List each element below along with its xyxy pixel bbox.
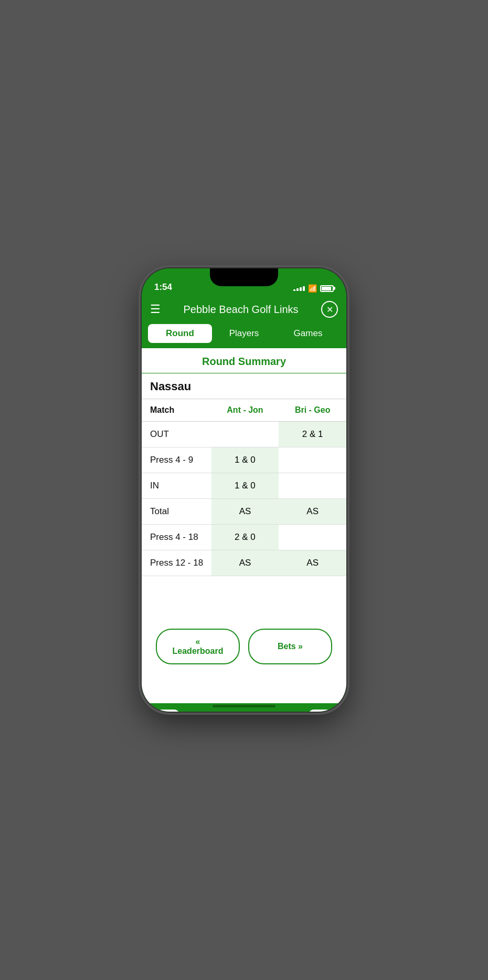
signal-icon [293, 286, 305, 291]
tab-round[interactable]: Round [148, 324, 212, 343]
hamburger-menu-icon[interactable]: ☰ [150, 304, 161, 315]
table-row: Press 12 - 18ASAS [142, 550, 346, 576]
score-team2 [279, 473, 346, 499]
info-button[interactable]: i [156, 710, 179, 712]
score-team1: 2 & 0 [211, 525, 279, 550]
game-name: Nassau [142, 373, 346, 399]
score-team2: 2 & 1 [279, 422, 346, 447]
score-team2: AS [279, 499, 346, 525]
table-row: Press 4 - 182 & 0 [142, 525, 346, 550]
scroll-area: Round Summary Nassau Match Ant - Jon Bri… [142, 348, 346, 703]
phone-body: ☰ Pebble Beach Golf Links ✕ Round Player… [142, 296, 346, 712]
content-spacer [142, 576, 346, 618]
score-team2 [279, 447, 346, 473]
tab-bar: Round Players Games [142, 324, 346, 348]
score-team1 [211, 422, 279, 447]
row-label: Press 12 - 18 [142, 550, 211, 576]
bets-button[interactable]: Bets » [248, 629, 332, 664]
nav-buttons: « Leaderboard Bets » [142, 618, 346, 677]
status-time: 1:54 [154, 282, 172, 293]
row-label: Press 4 - 9 [142, 447, 211, 473]
phone-frame: 1:54 📶 ☰ Pebble Beach Golf Links ✕ [142, 268, 346, 712]
match-table: Match Ant - Jon Bri - Geo OUT2 & 1Press … [142, 399, 346, 576]
table-row: IN1 & 0 [142, 473, 346, 499]
notch [210, 268, 278, 286]
tab-games[interactable]: Games [276, 324, 340, 343]
score-team1: AS [211, 550, 279, 576]
tab-players[interactable]: Players [212, 324, 276, 343]
score-team1: AS [211, 499, 279, 525]
table-row: Press 4 - 91 & 0 [142, 447, 346, 473]
leaderboard-button[interactable]: « Leaderboard [156, 629, 240, 664]
close-button[interactable]: ✕ [321, 301, 338, 318]
table-row: OUT2 & 1 [142, 422, 346, 447]
col-header-team1: Ant - Jon [211, 399, 279, 422]
app-title: Pebble Beach Golf Links [183, 304, 298, 316]
app-header: ☰ Pebble Beach Golf Links ✕ [142, 296, 346, 324]
row-label: IN [142, 473, 211, 499]
row-label: Total [142, 499, 211, 525]
row-label: Press 4 - 18 [142, 525, 211, 550]
status-icons: 📶 [293, 284, 334, 293]
col-header-match: Match [142, 399, 211, 422]
col-header-team2: Bri - Geo [279, 399, 346, 422]
close-icon: ✕ [326, 305, 333, 315]
table-row: TotalASAS [142, 499, 346, 525]
wifi-icon: 📶 [308, 284, 317, 293]
score-team2: AS [279, 550, 346, 576]
score-team2 [279, 525, 346, 550]
home-indicator [213, 705, 275, 707]
row-label: OUT [142, 422, 211, 447]
round-summary-title: Round Summary [142, 348, 346, 373]
score-team1: 1 & 0 [211, 473, 279, 499]
battery-icon [320, 285, 334, 292]
location-button[interactable] [309, 710, 332, 712]
score-team1: 1 & 0 [211, 447, 279, 473]
